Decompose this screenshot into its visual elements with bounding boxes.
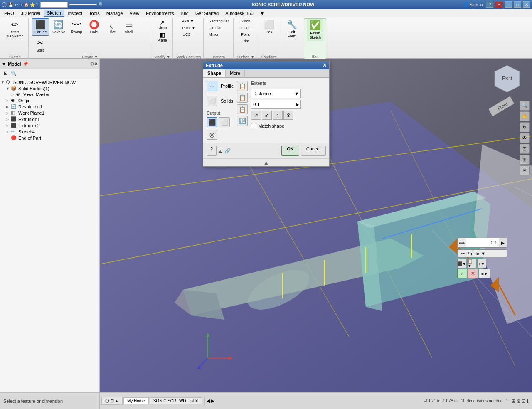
subtract-output-btn[interactable]: ⬜	[219, 117, 230, 127]
viewport[interactable]: Front Front 🔍 ✋ ↻ 👁 ⊡ ⊞ ⊟ Extrude ✕	[100, 59, 532, 392]
stitch-btn[interactable]: Stitch	[239, 18, 252, 24]
start-2d-sketch-btn[interactable]: ✏ Start2D Sketch	[4, 18, 26, 40]
grid-icon[interactable]: ⊞	[512, 398, 516, 404]
dialog-close-btn[interactable]: ✕	[323, 62, 327, 68]
model-pin-icon[interactable]: 📌	[23, 62, 28, 66]
expand-icon[interactable]: ⊞	[90, 62, 94, 66]
minimize-btn[interactable]: ─	[505, 1, 512, 8]
output-type-btn2[interactable]: 📋	[237, 93, 248, 103]
status-icon3[interactable]: ▲	[115, 399, 119, 403]
tree-origin[interactable]: ▷ ⊕ Origin	[1, 97, 99, 103]
box-btn[interactable]: ⬜ Box	[261, 18, 277, 36]
match-shape-checkbox[interactable]	[251, 123, 256, 128]
material-dropdown[interactable]: Material ▼	[40, 2, 68, 8]
dir-btn-2[interactable]: ↙	[262, 111, 272, 120]
join-output-btn[interactable]: ⬛	[207, 117, 217, 127]
canvas-output-btn3[interactable]: ↕▼	[477, 259, 486, 268]
tree-workplane1[interactable]: ▷ ◧ Work Plane1	[1, 110, 99, 116]
mirror-btn[interactable]: Mirror	[207, 32, 220, 37]
tab-close-icon[interactable]: ✕	[195, 399, 198, 403]
fillet-btn[interactable]: ◟ Fillet	[103, 18, 120, 36]
status-icon2[interactable]: ⊞	[110, 398, 114, 404]
profile-icon-btn[interactable]: ⊹	[207, 81, 217, 91]
model-dropdown-arrow[interactable]: ▼	[2, 62, 6, 67]
nav-cube[interactable]: Front	[490, 63, 524, 96]
tree-sketch4[interactable]: ▷ ✏ Sketch4	[1, 128, 99, 135]
ucs-btn[interactable]: UCS	[180, 32, 193, 37]
menu-bim[interactable]: BIM	[177, 10, 192, 17]
help-btn[interactable]: ?	[486, 2, 493, 8]
canvas-value-input[interactable]	[466, 238, 499, 247]
close-panel-icon[interactable]: ✕	[94, 62, 98, 66]
extents-type-dropdown[interactable]: Distance ▼	[251, 89, 301, 98]
output-type-btn3[interactable]: 📋	[237, 104, 248, 114]
tree-extrusion1[interactable]: ▷ ⬛ Extrusion1	[1, 116, 99, 122]
dialog-tab-shape[interactable]: Shape	[203, 69, 226, 77]
canvas-menu-btn[interactable]: ≡▼	[479, 269, 490, 278]
zoom-btn[interactable]: 🔍	[520, 101, 530, 111]
constraint-icon[interactable]: ⊡	[522, 398, 526, 404]
filter-btn[interactable]: ⊡	[2, 70, 9, 77]
help-dialog-btn[interactable]: ?	[207, 146, 217, 156]
menu-inspect[interactable]: Inspect	[64, 10, 86, 17]
help-icon2[interactable]: ?	[36, 2, 39, 7]
axis-btn[interactable]: Axis ▼	[180, 18, 195, 24]
menu-more[interactable]: ▼	[257, 10, 268, 17]
zoom-sel-btn[interactable]: ⊟	[520, 165, 530, 175]
dir-btn-3[interactable]: ↕	[273, 111, 283, 120]
extents-value-input[interactable]: 0.1 ▶	[251, 100, 301, 109]
canvas-output-btn1[interactable]: ⬛▼	[457, 259, 466, 268]
revolve-btn[interactable]: 🔄 Revolve	[50, 18, 68, 36]
nav-back-icon[interactable]: ◀	[207, 398, 210, 404]
redo-icon[interactable]: ↪	[19, 2, 22, 7]
canvas-forward-btn[interactable]: ▶	[499, 238, 507, 247]
nav-fwd-icon[interactable]: ▶	[211, 398, 214, 404]
canvas-confirm-btn[interactable]: ✓	[457, 269, 467, 278]
canvas-profile-btn[interactable]: ⊹ Profile ▼	[457, 249, 507, 257]
trim-btn[interactable]: Trim	[239, 38, 252, 44]
tree-extrusion2[interactable]: ▷ ⬛ Extrusion2	[1, 122, 99, 128]
status-tab-myhome[interactable]: My Home	[123, 397, 149, 404]
bookmark-icon[interactable]: ⭐	[30, 2, 35, 7]
menu-sketch[interactable]: Sketch	[44, 10, 64, 17]
canvas-output-btn2[interactable]: 📋▼	[467, 259, 476, 268]
extrude-btn[interactable]: ⬛ Extrude	[32, 18, 49, 36]
snap-icon[interactable]: ⊛	[517, 398, 521, 404]
zoom-all-btn[interactable]: ⊞	[520, 155, 530, 165]
shell-btn[interactable]: ▭ Shell	[121, 18, 137, 36]
tree-solid-bodies[interactable]: ▼ 📦 Solid Bodies(1)	[1, 85, 99, 91]
circular-btn[interactable]: Circular	[207, 25, 223, 31]
dialog-title-bar[interactable]: Extrude ✕	[203, 61, 329, 69]
search-icon[interactable]: 🔍	[99, 2, 104, 7]
hole-btn[interactable]: ⭕ Hole	[86, 18, 102, 36]
menu-tools[interactable]: Tools	[86, 10, 103, 17]
patch-btn[interactable]: Patch	[239, 25, 252, 31]
menu-getstarted[interactable]: Get Started	[192, 10, 222, 17]
zoom-window-btn[interactable]: ⊡	[520, 144, 530, 154]
close-x-btn[interactable]: ✕	[495, 2, 503, 8]
output-type-btn4[interactable]: 🔃	[237, 116, 248, 126]
tree-revolution1[interactable]: ▶ 🔄 Revolution1	[1, 103, 99, 110]
surface-output-btn[interactable]: ◎	[207, 130, 217, 140]
direct-btn[interactable]: ↗ Direct	[156, 18, 169, 31]
canvas-cancel-btn[interactable]: ✕	[468, 269, 478, 278]
menu-environments[interactable]: Environments	[143, 10, 177, 17]
output-type-btn1[interactable]: 📋	[237, 81, 248, 91]
rectangular-btn[interactable]: Rectangular	[207, 18, 231, 24]
status-icon1[interactable]: ⬡	[105, 398, 109, 404]
edit-form-btn[interactable]: 🔧 EditForm	[283, 18, 300, 40]
ok-btn[interactable]: OK	[281, 146, 299, 156]
look-btn[interactable]: 👁	[520, 133, 530, 143]
menu-autodesk360[interactable]: Autodesk 360	[222, 10, 256, 17]
menu-manage[interactable]: Manage	[103, 10, 126, 17]
status-tab-file[interactable]: SONIC SCREWD...ipt ✕	[150, 397, 202, 404]
cancel-btn[interactable]: Cancel	[301, 146, 326, 156]
menu-view[interactable]: View	[126, 10, 143, 17]
undo-icon[interactable]: ↩	[15, 2, 18, 7]
menu-3dmodel[interactable]: 3D Model	[17, 10, 44, 17]
plane-btn[interactable]: ◧ Plane	[156, 31, 169, 43]
surface-point-btn[interactable]: Point	[239, 32, 252, 37]
tree-view-master[interactable]: ▷ 👁 View: Master	[1, 91, 99, 97]
finish-sketch-btn[interactable]: ✅ FinishSketch	[307, 19, 323, 41]
search-model-btn[interactable]: 🔍	[10, 70, 17, 77]
